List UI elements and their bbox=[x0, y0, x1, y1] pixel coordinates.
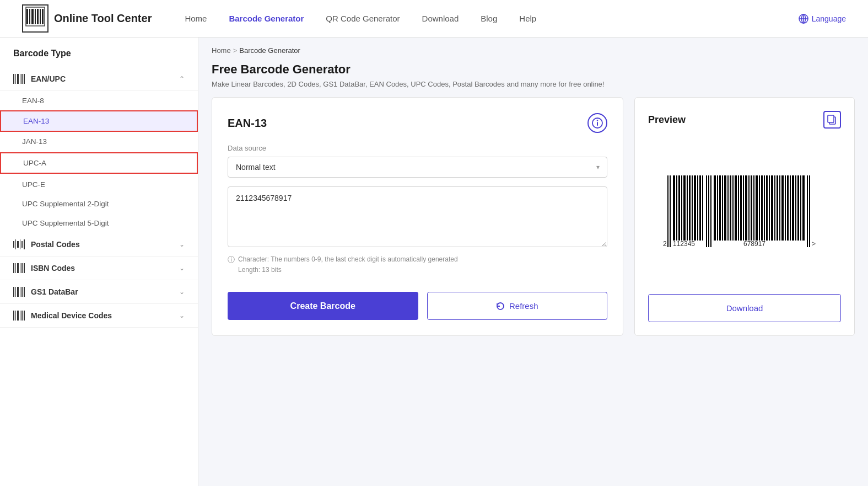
svg-rect-13 bbox=[15, 74, 16, 84]
svg-rect-19 bbox=[15, 239, 16, 249]
hint-line1: Character: The numbers 0-9, the last che… bbox=[238, 254, 458, 265]
svg-text:678917: 678917 bbox=[743, 240, 765, 247]
svg-rect-100 bbox=[809, 175, 810, 247]
barcode-input[interactable]: 2112345678917 bbox=[228, 186, 607, 247]
svg-rect-1 bbox=[29, 9, 30, 24]
two-column-layout: EAN-13 Data source Normal text Base64 bbox=[212, 97, 855, 336]
data-source-select[interactable]: Normal text Base64 Hex bbox=[228, 157, 607, 178]
svg-rect-20 bbox=[17, 241, 19, 248]
logo-area: Online Tool Center bbox=[22, 4, 152, 33]
svg-rect-72 bbox=[735, 175, 737, 241]
svg-rect-73 bbox=[738, 175, 739, 241]
copy-button[interactable] bbox=[823, 111, 841, 129]
svg-rect-89 bbox=[779, 175, 780, 241]
header: Online Tool Center Home Barcode Generato… bbox=[0, 0, 868, 38]
svg-rect-52 bbox=[681, 175, 682, 241]
sidebar-item-ean8[interactable]: EAN-8 bbox=[0, 91, 198, 110]
svg-rect-90 bbox=[781, 175, 784, 241]
barcode-image: 2 112345 678917 > bbox=[662, 175, 827, 247]
breadcrumb-current: Barcode Generator bbox=[239, 46, 300, 55]
svg-rect-29 bbox=[24, 263, 25, 273]
globe-icon bbox=[798, 13, 809, 24]
breadcrumb-home[interactable]: Home bbox=[212, 46, 231, 55]
svg-rect-99 bbox=[807, 175, 808, 247]
svg-rect-55 bbox=[689, 175, 691, 241]
nav-home[interactable]: Home bbox=[185, 14, 207, 23]
gs1-barcode-icon bbox=[13, 287, 25, 297]
svg-rect-65 bbox=[717, 175, 718, 241]
svg-rect-40 bbox=[21, 311, 23, 321]
isbn-barcode-icon bbox=[13, 263, 25, 273]
data-source-label: Data source bbox=[228, 144, 607, 152]
sidebar-category-gs1[interactable]: GS1 DataBar ⌄ bbox=[0, 280, 198, 304]
svg-rect-4 bbox=[37, 9, 39, 24]
preview-panel: Preview bbox=[634, 97, 855, 336]
barcode-preview: 2 112345 678917 > bbox=[648, 137, 841, 285]
svg-rect-25 bbox=[15, 263, 16, 273]
download-button[interactable]: Download bbox=[648, 294, 841, 322]
svg-rect-38 bbox=[17, 311, 19, 321]
svg-rect-18 bbox=[13, 241, 14, 248]
sidebar-category-isbn[interactable]: ISBN Codes ⌄ bbox=[0, 257, 198, 280]
preview-header: Preview bbox=[648, 111, 841, 129]
svg-text:112345: 112345 bbox=[673, 240, 695, 247]
svg-rect-79 bbox=[753, 175, 754, 241]
logo-icon bbox=[22, 4, 48, 33]
action-buttons: Create Barcode Refresh bbox=[228, 292, 607, 320]
svg-rect-96 bbox=[797, 175, 799, 241]
svg-rect-83 bbox=[764, 175, 765, 241]
svg-rect-14 bbox=[17, 74, 19, 84]
svg-rect-94 bbox=[792, 175, 794, 241]
svg-rect-39 bbox=[20, 311, 20, 321]
nav-help[interactable]: Help bbox=[519, 14, 536, 23]
info-button[interactable] bbox=[587, 113, 607, 133]
sidebar-category-ean-upc[interactable]: EAN/UPC ⌃ bbox=[0, 67, 198, 91]
svg-rect-54 bbox=[687, 175, 688, 241]
sidebar-item-jan13[interactable]: JAN-13 bbox=[0, 132, 198, 151]
svg-rect-2 bbox=[31, 9, 34, 24]
sidebar-item-upce[interactable]: UPC-E bbox=[0, 175, 198, 194]
svg-rect-35 bbox=[24, 287, 25, 297]
svg-rect-12 bbox=[13, 74, 14, 84]
svg-rect-24 bbox=[13, 263, 14, 273]
svg-text:2: 2 bbox=[663, 240, 667, 247]
svg-rect-88 bbox=[777, 175, 778, 241]
nav-download[interactable]: Download bbox=[422, 14, 459, 23]
svg-rect-5 bbox=[40, 9, 41, 24]
svg-rect-71 bbox=[732, 175, 734, 241]
nav-qr-code-generator[interactable]: QR Code Generator bbox=[326, 14, 400, 23]
svg-rect-91 bbox=[785, 175, 786, 241]
sidebar-item-upc5digit[interactable]: UPC Supplemental 5-Digit bbox=[0, 213, 198, 233]
svg-rect-61 bbox=[706, 175, 707, 247]
language-label: Language bbox=[812, 14, 846, 23]
svg-rect-50 bbox=[676, 175, 677, 241]
svg-rect-66 bbox=[719, 175, 721, 241]
barcode-svg: 2 112345 678917 > bbox=[662, 175, 827, 247]
svg-rect-32 bbox=[17, 287, 19, 297]
create-barcode-button[interactable]: Create Barcode bbox=[228, 292, 418, 320]
svg-rect-30 bbox=[13, 287, 14, 297]
nav-barcode-generator[interactable]: Barcode Generator bbox=[229, 14, 304, 23]
svg-rect-63 bbox=[710, 175, 711, 247]
nav-blog[interactable]: Blog bbox=[481, 14, 497, 23]
generator-title: EAN-13 bbox=[228, 117, 267, 130]
svg-rect-75 bbox=[743, 175, 744, 241]
svg-rect-0 bbox=[26, 9, 28, 24]
language-selector[interactable]: Language bbox=[798, 13, 846, 24]
sidebar-item-upc2digit[interactable]: UPC Supplemental 2-Digit bbox=[0, 194, 198, 213]
svg-rect-59 bbox=[699, 175, 701, 241]
main-nav: Home Barcode Generator QR Code Generator… bbox=[185, 14, 797, 23]
sidebar-item-ean13[interactable]: EAN-13 bbox=[0, 110, 198, 132]
svg-rect-86 bbox=[771, 175, 773, 241]
svg-rect-68 bbox=[724, 175, 726, 241]
page-title: Free Barcode Generator bbox=[212, 62, 855, 77]
generator-panel: EAN-13 Data source Normal text Base64 bbox=[212, 97, 623, 336]
preview-title: Preview bbox=[648, 114, 686, 126]
svg-text:>: > bbox=[812, 240, 816, 247]
refresh-button[interactable]: Refresh bbox=[427, 292, 608, 320]
sidebar-item-upca[interactable]: UPC-A bbox=[0, 152, 198, 174]
sidebar-category-postal[interactable]: Postal Codes ⌄ bbox=[0, 233, 198, 257]
svg-rect-36 bbox=[13, 311, 14, 321]
sidebar-category-medical[interactable]: Medical Device Codes ⌄ bbox=[0, 304, 198, 328]
svg-rect-70 bbox=[730, 175, 731, 241]
